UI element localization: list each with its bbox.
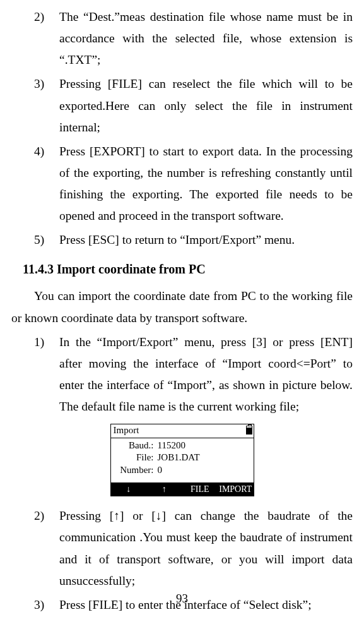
list-marker: 4) [34, 141, 59, 227]
list-marker: 2) [34, 6, 59, 71]
instrument-screen-figure: Import Baud.: 115200 File: JOB1.DAT Numb… [11, 424, 353, 496]
list-a-item-3: 3) Pressing [FILE] can reselect the file… [11, 73, 353, 138]
list-marker: 3) [34, 73, 59, 138]
list-text: In the “Import/Export” menu, press [3] o… [59, 332, 353, 418]
row-value: 115200 [158, 440, 251, 452]
battery-icon [246, 426, 252, 434]
row-label: Number: [114, 464, 158, 477]
list-b-item-1: 1) In the “Import/Export” menu, press [3… [11, 332, 353, 418]
page-content: 2) The “Dest.”meas destination file whos… [11, 6, 353, 616]
screen-row-file: File: JOB1.DAT [114, 452, 251, 464]
softkey-import[interactable]: IMPORT [218, 482, 254, 496]
row-label: Baud.: [114, 440, 158, 452]
list-text: The “Dest.”meas destination file whose n… [59, 6, 353, 71]
screen-body: Baud.: 115200 File: JOB1.DAT Number: 0 [111, 438, 254, 483]
list-text: Pressing [↑] or [↓] can change the baudr… [59, 505, 353, 592]
list-a-item-5: 5) Press [ESC] to return to “Import/Expo… [11, 229, 353, 251]
list-a-item-2: 2) The “Dest.”meas destination file whos… [11, 6, 353, 71]
screen-row-number: Number: 0 [114, 464, 251, 477]
softkey-down[interactable]: ↓ [111, 482, 147, 496]
row-value: JOB1.DAT [158, 452, 251, 464]
list-text: Press [ESC] to return to “Import/Export”… [59, 229, 353, 251]
softkey-row: ↓ ↑ FILE IMPORT [111, 482, 254, 496]
list-marker: 2) [34, 505, 59, 592]
list-marker: 5) [34, 229, 59, 251]
list-text: Pressing [FILE] can reselect the file wh… [59, 73, 353, 138]
list-c-item-2: 2) Pressing [↑] or [↓] can change the ba… [11, 505, 353, 592]
screen-title-text: Import [114, 424, 139, 437]
softkey-up[interactable]: ↑ [146, 482, 182, 496]
page-number: 93 [0, 592, 364, 606]
list-marker: 1) [34, 332, 59, 418]
screen-row-baud: Baud.: 115200 [114, 440, 251, 452]
list-text: Press [EXPORT] to start to export data. … [59, 141, 353, 227]
section-heading: 11.4.3 Import coordinate from PC [23, 262, 353, 277]
row-label: File: [114, 452, 158, 464]
screen-title-bar: Import [111, 424, 254, 438]
instrument-screen: Import Baud.: 115200 File: JOB1.DAT Numb… [110, 424, 254, 496]
list-a-item-4: 4) Press [EXPORT] to start to export dat… [11, 141, 353, 227]
softkey-file[interactable]: FILE [182, 482, 218, 496]
intro-paragraph: You can import the coordinate date from … [11, 285, 353, 328]
row-value: 0 [158, 464, 251, 477]
